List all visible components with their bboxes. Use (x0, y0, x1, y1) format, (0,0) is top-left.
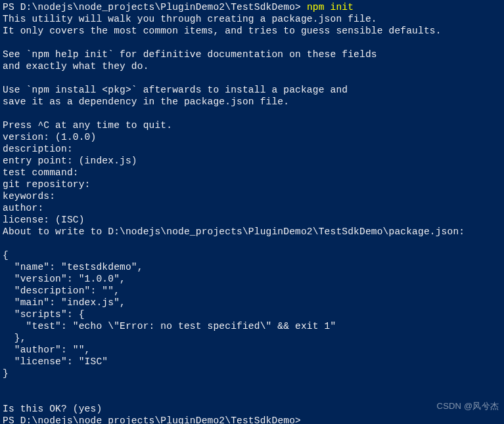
ps-prompt-suffix: > (295, 2, 307, 12)
output-line: git repository: (3, 179, 91, 190)
output-line: } (3, 368, 9, 379)
ps-prompt2-path: D:\nodejs\node_projects\PluginDemo2\Test… (20, 415, 295, 424)
output-line: and exactly what they do. (3, 61, 149, 72)
output-line: entry point: (index.js) (3, 156, 137, 166)
output-line: This utility will walk you through creat… (3, 14, 377, 24)
watermark-text: CSDN @风兮杰 (437, 400, 499, 412)
output-line: }, (3, 333, 26, 343)
output-line: test command: (3, 167, 79, 178)
output-line: "scripts": { (3, 309, 85, 320)
output-line: Is this OK? (yes) (3, 404, 102, 414)
output-line: It only covers the most common items, an… (3, 26, 442, 36)
output-line: license: (ISC) (3, 215, 85, 225)
output-line: "test": "echo \"Error: no test specified… (3, 321, 336, 331)
output-line: "license": "ISC" (3, 356, 108, 367)
output-line: Use `npm install <pkg>` afterwards to in… (3, 85, 348, 95)
output-line: description: (3, 144, 73, 154)
output-line: "description": "", (3, 286, 120, 296)
output-line: save it as a dependency in the package.j… (3, 96, 289, 107)
ps-prompt2-prefix: PS (3, 415, 20, 424)
output-line: "name": "testsdkdemo", (3, 262, 143, 272)
ps-prompt2-suffix: > (295, 415, 301, 424)
output-line: About to write to D:\nodejs\node_project… (3, 226, 465, 237)
command-text: npm init (307, 2, 354, 12)
ps-prompt-path: D:\nodejs\node_projects\PluginDemo2\Test… (20, 2, 295, 12)
output-line: Press ^C at any time to quit. (3, 120, 172, 131)
ps-prompt-prefix: PS (3, 2, 20, 12)
output-line: keywords: (3, 191, 55, 201)
output-line: "author": "", (3, 345, 91, 355)
output-line: { (3, 250, 9, 261)
output-line: "main": "index.js", (3, 297, 126, 308)
terminal-area[interactable]: PS D:\nodejs\node_projects\PluginDemo2\T… (3, 1, 501, 424)
output-line: "version": "1.0.0", (3, 274, 126, 284)
output-line: See `npm help init` for definitive docum… (3, 49, 377, 60)
output-line: version: (1.0.0) (3, 132, 96, 142)
output-line: author: (3, 203, 43, 213)
